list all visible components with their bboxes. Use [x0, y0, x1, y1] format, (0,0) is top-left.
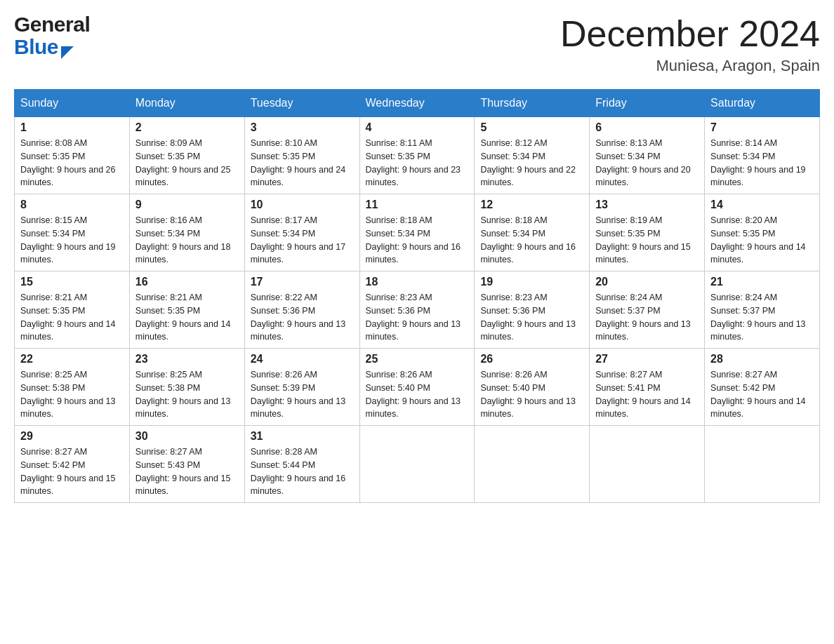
day-info: Sunrise: 8:18 AM Sunset: 5:34 PM Dayligh… — [480, 214, 583, 267]
day-info: Sunrise: 8:27 AM Sunset: 5:42 PM Dayligh… — [710, 368, 814, 421]
day-number: 27 — [595, 353, 699, 365]
day-info: Sunrise: 8:24 AM Sunset: 5:37 PM Dayligh… — [595, 291, 699, 344]
day-info: Sunrise: 8:25 AM Sunset: 5:38 PM Dayligh… — [135, 368, 239, 421]
day-number: 23 — [135, 353, 239, 365]
day-info: Sunrise: 8:18 AM Sunset: 5:34 PM Dayligh… — [366, 214, 469, 267]
day-info: Sunrise: 8:14 AM Sunset: 5:34 PM Dayligh… — [710, 137, 814, 189]
table-row — [590, 426, 705, 503]
day-number: 28 — [710, 353, 814, 365]
day-number: 13 — [595, 199, 699, 211]
day-number: 26 — [480, 353, 583, 365]
day-info: Sunrise: 8:17 AM Sunset: 5:34 PM Dayligh… — [251, 214, 354, 267]
table-row: 25 Sunrise: 8:26 AM Sunset: 5:40 PM Dayl… — [359, 349, 475, 426]
day-number: 22 — [20, 353, 124, 365]
col-wednesday: Wednesday — [359, 90, 475, 117]
day-number: 3 — [251, 121, 354, 134]
day-number: 30 — [135, 430, 239, 443]
logo-general: General — [14, 14, 90, 35]
page-header: General Blue December 2024 Muniesa, Arag… — [14, 14, 820, 75]
day-number: 29 — [20, 430, 124, 443]
day-number: 18 — [366, 276, 469, 288]
table-row: 18 Sunrise: 8:23 AM Sunset: 5:36 PM Dayl… — [359, 271, 475, 349]
calendar-week-row: 22 Sunrise: 8:25 AM Sunset: 5:38 PM Dayl… — [15, 349, 820, 426]
table-row: 3 Sunrise: 8:10 AM Sunset: 5:35 PM Dayli… — [244, 117, 359, 194]
day-number: 1 — [20, 121, 124, 134]
calendar-week-row: 15 Sunrise: 8:21 AM Sunset: 5:35 PM Dayl… — [15, 271, 820, 349]
logo: General Blue — [14, 14, 90, 59]
table-row: 10 Sunrise: 8:17 AM Sunset: 5:34 PM Dayl… — [244, 194, 359, 271]
table-row: 14 Sunrise: 8:20 AM Sunset: 5:35 PM Dayl… — [705, 194, 820, 271]
table-row: 5 Sunrise: 8:12 AM Sunset: 5:34 PM Dayli… — [475, 117, 590, 194]
day-number: 6 — [595, 121, 699, 134]
day-number: 17 — [251, 276, 354, 288]
day-number: 10 — [251, 199, 354, 211]
day-info: Sunrise: 8:08 AM Sunset: 5:35 PM Dayligh… — [20, 137, 124, 189]
day-info: Sunrise: 8:15 AM Sunset: 5:34 PM Dayligh… — [20, 214, 124, 267]
day-info: Sunrise: 8:27 AM Sunset: 5:41 PM Dayligh… — [595, 368, 699, 421]
table-row: 7 Sunrise: 8:14 AM Sunset: 5:34 PM Dayli… — [705, 117, 820, 194]
day-info: Sunrise: 8:26 AM Sunset: 5:39 PM Dayligh… — [251, 368, 354, 421]
col-monday: Monday — [129, 90, 244, 117]
day-number: 19 — [480, 276, 583, 288]
day-info: Sunrise: 8:23 AM Sunset: 5:36 PM Dayligh… — [480, 291, 583, 344]
day-info: Sunrise: 8:12 AM Sunset: 5:34 PM Dayligh… — [480, 137, 583, 189]
day-info: Sunrise: 8:23 AM Sunset: 5:36 PM Dayligh… — [366, 291, 469, 344]
day-info: Sunrise: 8:13 AM Sunset: 5:34 PM Dayligh… — [595, 137, 699, 189]
day-number: 5 — [480, 121, 583, 134]
day-number: 24 — [251, 353, 354, 365]
table-row: 2 Sunrise: 8:09 AM Sunset: 5:35 PM Dayli… — [129, 117, 244, 194]
table-row: 16 Sunrise: 8:21 AM Sunset: 5:35 PM Dayl… — [129, 271, 244, 349]
table-row: 21 Sunrise: 8:24 AM Sunset: 5:37 PM Dayl… — [705, 271, 820, 349]
col-tuesday: Tuesday — [244, 90, 359, 117]
day-info: Sunrise: 8:19 AM Sunset: 5:35 PM Dayligh… — [595, 214, 699, 267]
day-info: Sunrise: 8:27 AM Sunset: 5:42 PM Dayligh… — [20, 445, 124, 498]
day-number: 25 — [366, 353, 469, 365]
table-row: 30 Sunrise: 8:27 AM Sunset: 5:43 PM Dayl… — [129, 426, 244, 503]
table-row: 26 Sunrise: 8:26 AM Sunset: 5:40 PM Dayl… — [475, 349, 590, 426]
day-number: 4 — [366, 121, 469, 134]
day-info: Sunrise: 8:09 AM Sunset: 5:35 PM Dayligh… — [135, 137, 239, 189]
table-row: 8 Sunrise: 8:15 AM Sunset: 5:34 PM Dayli… — [15, 194, 130, 271]
col-sunday: Sunday — [15, 90, 130, 117]
table-row: 15 Sunrise: 8:21 AM Sunset: 5:35 PM Dayl… — [15, 271, 130, 349]
calendar-week-row: 1 Sunrise: 8:08 AM Sunset: 5:35 PM Dayli… — [15, 117, 820, 194]
day-info: Sunrise: 8:28 AM Sunset: 5:44 PM Dayligh… — [251, 445, 354, 498]
table-row: 27 Sunrise: 8:27 AM Sunset: 5:41 PM Dayl… — [590, 349, 705, 426]
day-number: 16 — [135, 276, 239, 288]
day-number: 12 — [480, 199, 583, 211]
table-row: 22 Sunrise: 8:25 AM Sunset: 5:38 PM Dayl… — [15, 349, 130, 426]
day-info: Sunrise: 8:11 AM Sunset: 5:35 PM Dayligh… — [366, 137, 469, 189]
day-number: 7 — [710, 121, 814, 134]
table-row: 13 Sunrise: 8:19 AM Sunset: 5:35 PM Dayl… — [590, 194, 705, 271]
day-number: 20 — [595, 276, 699, 288]
table-row: 6 Sunrise: 8:13 AM Sunset: 5:34 PM Dayli… — [590, 117, 705, 194]
col-saturday: Saturday — [705, 90, 820, 117]
day-info: Sunrise: 8:24 AM Sunset: 5:37 PM Dayligh… — [710, 291, 814, 344]
table-row: 31 Sunrise: 8:28 AM Sunset: 5:44 PM Dayl… — [244, 426, 359, 503]
calendar-table: Sunday Monday Tuesday Wednesday Thursday… — [14, 89, 820, 503]
table-row: 28 Sunrise: 8:27 AM Sunset: 5:42 PM Dayl… — [705, 349, 820, 426]
day-number: 15 — [20, 276, 124, 288]
table-row: 19 Sunrise: 8:23 AM Sunset: 5:36 PM Dayl… — [475, 271, 590, 349]
day-info: Sunrise: 8:22 AM Sunset: 5:36 PM Dayligh… — [251, 291, 354, 344]
day-number: 8 — [20, 199, 124, 211]
location: Muniesa, Aragon, Spain — [560, 57, 820, 75]
table-row: 24 Sunrise: 8:26 AM Sunset: 5:39 PM Dayl… — [244, 349, 359, 426]
table-row: 4 Sunrise: 8:11 AM Sunset: 5:35 PM Dayli… — [359, 117, 475, 194]
table-row: 23 Sunrise: 8:25 AM Sunset: 5:38 PM Dayl… — [129, 349, 244, 426]
table-row: 29 Sunrise: 8:27 AM Sunset: 5:42 PM Dayl… — [15, 426, 130, 503]
table-row: 1 Sunrise: 8:08 AM Sunset: 5:35 PM Dayli… — [15, 117, 130, 194]
day-info: Sunrise: 8:27 AM Sunset: 5:43 PM Dayligh… — [135, 445, 239, 498]
table-row: 12 Sunrise: 8:18 AM Sunset: 5:34 PM Dayl… — [475, 194, 590, 271]
logo-blue: Blue — [14, 36, 58, 58]
title-section: December 2024 Muniesa, Aragon, Spain — [560, 14, 820, 75]
table-row: 17 Sunrise: 8:22 AM Sunset: 5:36 PM Dayl… — [244, 271, 359, 349]
table-row — [359, 426, 475, 503]
day-info: Sunrise: 8:20 AM Sunset: 5:35 PM Dayligh… — [710, 214, 814, 267]
calendar-week-row: 8 Sunrise: 8:15 AM Sunset: 5:34 PM Dayli… — [15, 194, 820, 271]
day-info: Sunrise: 8:26 AM Sunset: 5:40 PM Dayligh… — [366, 368, 469, 421]
col-friday: Friday — [590, 90, 705, 117]
day-info: Sunrise: 8:25 AM Sunset: 5:38 PM Dayligh… — [20, 368, 124, 421]
day-number: 21 — [710, 276, 814, 288]
table-row: 11 Sunrise: 8:18 AM Sunset: 5:34 PM Dayl… — [359, 194, 475, 271]
